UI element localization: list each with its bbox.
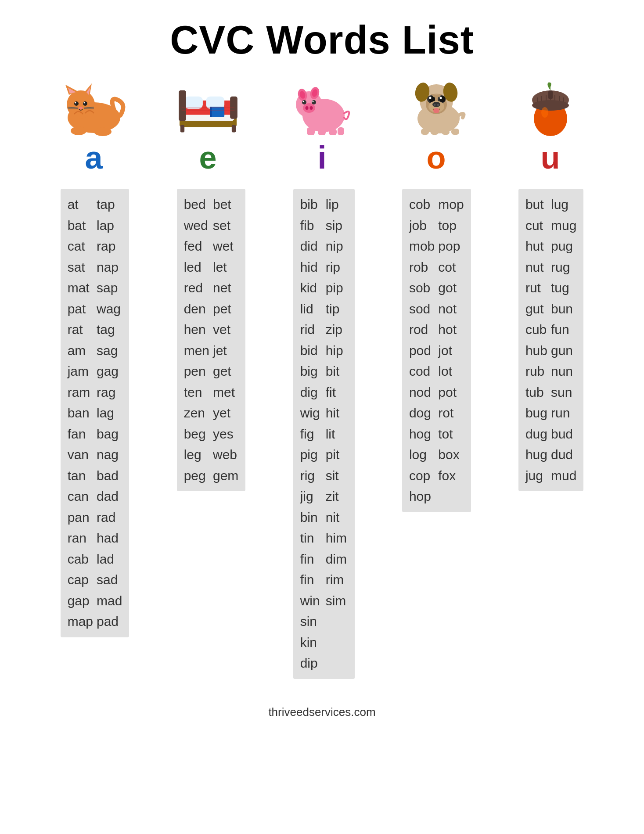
word-item: rut xyxy=(525,278,547,298)
svg-point-39 xyxy=(302,100,306,104)
word-item: rad xyxy=(97,508,122,527)
word-item: tub xyxy=(525,383,547,402)
word-item: tan xyxy=(68,466,93,485)
word-item: fed xyxy=(184,237,209,256)
vowel-letter-a: a xyxy=(85,140,102,176)
word-item: hen xyxy=(184,320,209,339)
word-item: jig xyxy=(300,487,322,506)
svg-point-42 xyxy=(312,101,313,102)
word-item: rug xyxy=(551,258,576,277)
vowel-col-a: a xyxy=(50,76,138,180)
word-item: nut xyxy=(525,258,547,277)
word-item: hot xyxy=(438,320,464,339)
word-item: sim xyxy=(326,591,348,611)
vowel-letter-u: u xyxy=(541,140,560,176)
word-item: kin xyxy=(300,633,322,652)
svg-rect-20 xyxy=(184,97,203,109)
word-item: jug xyxy=(525,466,547,485)
word-item: leg xyxy=(184,445,209,464)
word-item: tug xyxy=(551,278,576,298)
word-item: cob xyxy=(409,195,435,214)
word-item: mop xyxy=(438,195,464,214)
word-block-e: bed wed fed led red den hen men pen ten … xyxy=(177,189,246,491)
word-item: ten xyxy=(184,383,209,402)
svg-rect-62 xyxy=(421,129,429,135)
word-item: log xyxy=(409,445,435,464)
svg-point-37 xyxy=(305,106,308,110)
word-item: wig xyxy=(300,403,322,423)
word-item: ban xyxy=(68,403,93,423)
svg-point-15 xyxy=(75,102,76,104)
words-row: at bat cat sat mat pat rat am jam ram ba… xyxy=(37,189,608,679)
svg-point-41 xyxy=(302,101,304,102)
word-item: cap xyxy=(68,570,93,590)
word-item: rat xyxy=(68,320,93,339)
word-block-u: but cut hut nut rut gut cub hub rub tub … xyxy=(518,189,583,491)
svg-point-66 xyxy=(433,108,439,113)
word-col-e-2: bet set wet let net pet vet jet get met … xyxy=(213,195,238,485)
word-item: yes xyxy=(213,424,238,444)
word-item: bib xyxy=(300,195,322,214)
svg-rect-44 xyxy=(318,129,326,135)
word-item: tot xyxy=(438,424,464,444)
word-item: hip xyxy=(326,341,348,360)
word-item: cab xyxy=(68,550,93,569)
word-item: jam xyxy=(68,362,93,381)
word-col-o-2: mop top pop cot got not hot jot lot pot … xyxy=(438,195,464,506)
word-item: had xyxy=(97,528,122,548)
word-item: fin xyxy=(300,550,322,569)
svg-rect-27 xyxy=(210,107,212,117)
word-item: dip xyxy=(300,654,322,673)
svg-point-78 xyxy=(541,107,548,118)
word-item: tag xyxy=(97,320,122,339)
word-item: mat xyxy=(68,278,93,298)
word-item: pan xyxy=(68,508,93,527)
word-item: at xyxy=(68,195,93,214)
word-item: cot xyxy=(438,258,464,277)
word-item: pig xyxy=(300,445,322,464)
acorn-icon xyxy=(515,76,586,137)
word-item: rub xyxy=(525,362,547,381)
word-item: yet xyxy=(213,403,238,423)
word-col-a-1: at bat cat sat mat pat rat am jam ram ba… xyxy=(68,195,93,631)
vowel-col-o: o xyxy=(392,76,480,180)
word-item: lag xyxy=(97,403,122,423)
word-item: fox xyxy=(438,466,464,485)
word-item: bun xyxy=(551,299,576,319)
word-item: dud xyxy=(551,445,576,464)
word-item: wet xyxy=(213,237,238,256)
word-item: tap xyxy=(97,195,122,214)
vowel-col-u: u xyxy=(507,76,594,180)
svg-rect-46 xyxy=(338,127,344,135)
word-item: rot xyxy=(438,403,464,423)
word-item: bad xyxy=(97,466,122,485)
vowel-letter-o: o xyxy=(427,140,446,176)
dog-icon xyxy=(401,76,471,137)
svg-point-38 xyxy=(309,106,313,110)
word-item: nag xyxy=(97,445,122,464)
word-item: let xyxy=(213,258,238,277)
svg-point-76 xyxy=(532,100,569,111)
word-block-i: bib fib did hid kid lid rid bid big dig … xyxy=(293,189,355,679)
word-item: gap xyxy=(68,591,93,611)
word-item: lug xyxy=(551,195,576,214)
word-item: top xyxy=(438,216,464,235)
word-item: map xyxy=(68,612,93,631)
word-item: bin xyxy=(300,508,322,527)
word-item: nun xyxy=(551,362,576,381)
word-col-u-1: but cut hut nut rut gut cub hub rub tub … xyxy=(525,195,547,485)
word-item: rag xyxy=(97,383,122,402)
word-item: hub xyxy=(525,341,547,360)
word-item: run xyxy=(551,403,576,423)
word-item: get xyxy=(213,362,238,381)
word-item: mad xyxy=(97,591,122,611)
word-item: zit xyxy=(326,487,348,506)
word-item: cop xyxy=(409,466,435,485)
pig-icon xyxy=(287,76,357,137)
word-item: sip xyxy=(326,216,348,235)
word-item: sat xyxy=(68,258,93,277)
word-item: rip xyxy=(326,258,348,277)
word-item: bud xyxy=(551,424,576,444)
icons-row: a xyxy=(37,76,608,180)
word-item: led xyxy=(184,258,209,277)
